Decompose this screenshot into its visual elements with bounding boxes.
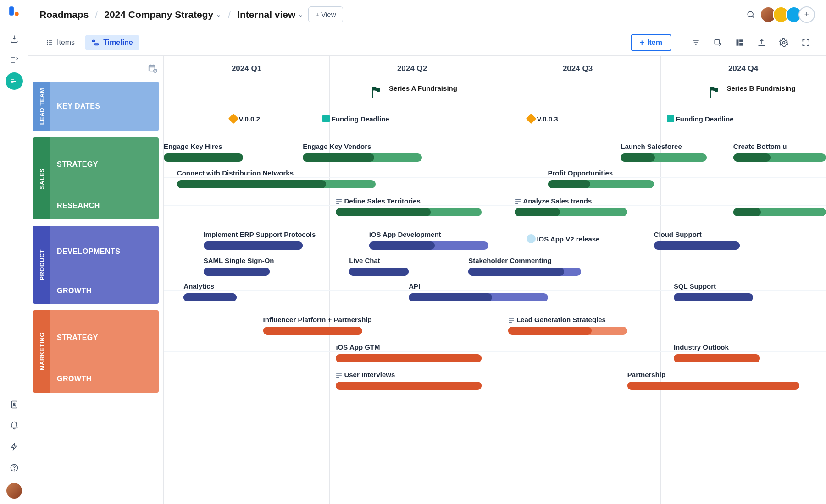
milestone-label: V.0.0.2 <box>239 115 260 123</box>
timeline-bar-label: iOS App Development <box>369 230 441 238</box>
timeline-bar-label: Launch Salesforce <box>621 142 682 150</box>
timeline-bar[interactable] <box>336 382 482 390</box>
timeline-bar[interactable] <box>204 241 303 250</box>
flag-icon[interactable] <box>370 86 382 100</box>
timeline-bar[interactable] <box>204 268 270 276</box>
app-logo-icon[interactable] <box>8 5 20 17</box>
timeline-sidebar: LEAD TEAM KEY DATES SALES STRATEGY RESEA… <box>28 56 164 504</box>
svg-rect-0 <box>9 6 14 15</box>
lane-product-growth[interactable]: GROWTH <box>50 278 159 304</box>
timeline-bar[interactable] <box>515 208 627 216</box>
breadcrumb: Roadmaps / 2024 Company Strategy ⌄ / Int… <box>39 9 304 20</box>
milestone-diamond-icon[interactable] <box>526 114 537 124</box>
svg-point-3 <box>13 403 15 405</box>
rail-bolt-icon[interactable] <box>6 438 23 455</box>
link-icon[interactable] <box>709 33 727 52</box>
svg-point-1 <box>15 12 19 16</box>
svg-rect-13 <box>737 39 739 45</box>
flag-icon[interactable] <box>708 86 720 100</box>
lane-marketing-growth[interactable]: GROWTH <box>50 365 159 393</box>
timeline-bar[interactable] <box>654 241 740 250</box>
timeline-bar[interactable] <box>733 153 826 162</box>
timeline-bar-label: Define Sales Territories <box>336 197 420 205</box>
layout-icon[interactable] <box>731 33 749 52</box>
milestone-square-icon[interactable] <box>667 115 674 122</box>
timeline-bar-label: Partnership <box>627 371 665 378</box>
timeline-bar[interactable] <box>303 153 422 162</box>
tab-timeline[interactable]: Timeline <box>85 35 139 50</box>
timeline-bar-label: Analyze Sales trends <box>515 197 592 205</box>
timeline-bar[interactable] <box>369 241 488 250</box>
milestone-diamond-icon[interactable] <box>228 114 238 124</box>
flag-label: Series A Fundraising <box>389 84 457 92</box>
timeline-bar[interactable] <box>177 180 376 188</box>
breadcrumb-view[interactable]: Internal view ⌄ <box>237 9 304 20</box>
fullscreen-icon[interactable] <box>797 33 815 52</box>
timeline-bar[interactable] <box>336 354 482 362</box>
rail-tasks-icon[interactable] <box>6 51 23 69</box>
export-icon[interactable] <box>753 33 771 52</box>
add-collaborator-button[interactable]: + <box>798 6 815 23</box>
timeline-bar[interactable] <box>409 293 548 301</box>
current-user-avatar[interactable] <box>6 483 22 499</box>
breadcrumb-root[interactable]: Roadmaps <box>39 9 89 20</box>
timeline-bar[interactable] <box>674 354 760 362</box>
timeline-bar[interactable] <box>336 208 482 216</box>
svg-rect-15 <box>739 43 743 46</box>
svg-point-8 <box>47 42 48 43</box>
timeline-bar[interactable] <box>164 153 243 162</box>
timeline-bar[interactable] <box>468 268 581 276</box>
timeline-bar-label: Create Bottom u <box>733 142 787 150</box>
timeline-bar-label: User Interviews <box>336 371 395 378</box>
add-item-button[interactable]: +Item <box>631 34 671 51</box>
timeline-bar[interactable] <box>548 180 654 188</box>
milestone-circle-icon[interactable] <box>527 234 536 243</box>
timeline-bar-label: SQL Support <box>674 282 716 290</box>
filter-icon[interactable] <box>687 33 705 52</box>
chevron-down-icon: ⌄ <box>298 11 304 18</box>
timeline-bar-label: Live Chat <box>349 257 380 264</box>
lane-key-dates[interactable]: KEY DATES <box>50 82 159 131</box>
tab-items[interactable]: Items <box>39 35 81 50</box>
collaborator-avatars: + <box>764 6 815 23</box>
lane-marketing-strategy[interactable]: STRATEGY <box>50 310 159 365</box>
breadcrumb-board[interactable]: 2024 Company Strategy ⌄ <box>104 9 222 20</box>
timeline-bar[interactable] <box>183 293 237 301</box>
lane-product-developments[interactable]: DEVELOPMENTS <box>50 226 159 278</box>
timeline-canvas[interactable]: 2024 Q1 2024 Q2 2024 Q3 2024 Q4 Series A… <box>164 56 826 504</box>
timeline-bar-label: Stakeholder Commenting <box>468 257 552 264</box>
timeline-bar[interactable] <box>349 268 409 276</box>
flag-label: Series B Fundraising <box>726 84 795 92</box>
timeline-bar-label: Profit Opportunities <box>548 169 613 177</box>
timeline-bar[interactable] <box>733 208 826 216</box>
search-icon[interactable] <box>743 6 759 23</box>
timeline-bar[interactable] <box>263 327 363 335</box>
timeline-bar[interactable] <box>621 153 707 162</box>
swimlane-sales: SALES STRATEGY RESEARCH <box>33 137 159 219</box>
milestone-square-icon[interactable] <box>322 115 330 122</box>
header: Roadmaps / 2024 Company Strategy ⌄ / Int… <box>28 0 826 29</box>
rail-contacts-icon[interactable] <box>6 396 23 413</box>
timeline-bar[interactable] <box>508 327 627 335</box>
lane-sales-strategy[interactable]: STRATEGY <box>50 137 159 192</box>
add-view-button[interactable]: + View <box>308 6 343 22</box>
timeline-bar-label: Industry Outlook <box>674 343 729 351</box>
timeline-bar[interactable] <box>627 382 799 390</box>
svg-point-9 <box>47 44 48 44</box>
rail-notifications-icon[interactable] <box>6 417 23 434</box>
timeline-bar-label: Cloud Support <box>654 230 702 238</box>
gear-icon[interactable] <box>775 33 793 52</box>
rail-help-icon[interactable] <box>6 459 23 477</box>
rail-roadmap-icon[interactable] <box>6 72 23 90</box>
milestone-label: IOS App V2 release <box>537 235 599 243</box>
date-settings-icon[interactable] <box>148 63 158 75</box>
milestone-label: Funding Deadline <box>676 115 734 123</box>
timeline: LEAD TEAM KEY DATES SALES STRATEGY RESEA… <box>28 56 826 504</box>
timeline-bar[interactable] <box>674 293 753 301</box>
timeline-bar-label: API <box>409 282 420 290</box>
svg-rect-11 <box>94 44 99 45</box>
rail-import-icon[interactable] <box>6 30 23 48</box>
svg-point-6 <box>748 11 753 17</box>
swimlane-marketing: MARKETING STRATEGY GROWTH <box>33 310 159 393</box>
lane-sales-research[interactable]: RESEARCH <box>50 192 159 219</box>
